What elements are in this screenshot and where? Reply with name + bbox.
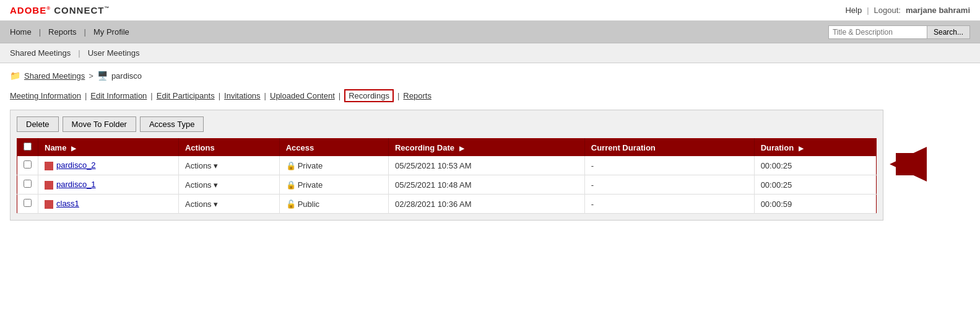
recordings-table: Name ▶ Actions Access Recording Date ▶ C…	[17, 138, 877, 214]
tab-recordings[interactable]: Recordings	[344, 89, 394, 102]
header-current-duration: Current Duration	[584, 139, 754, 157]
search-input[interactable]	[828, 25, 927, 39]
header-duration[interactable]: Duration ▶	[754, 139, 876, 157]
breadcrumb-current: pardisco	[111, 71, 142, 81]
recordings-tbody: pardisco_2Actions ▾🔒Private05/25/2021 10…	[17, 156, 877, 214]
lock-icon-2: 🔓	[286, 199, 296, 209]
recording-date-0: 05/25/2021 10:53 AM	[388, 156, 584, 175]
tab-meeting-information[interactable]: Meeting Information	[10, 91, 81, 100]
access-label-1: Private	[298, 180, 323, 190]
actions-dropdown-2[interactable]: Actions ▾	[185, 199, 218, 209]
duration-1: 00:00:25	[754, 175, 876, 195]
tab-edit-participants[interactable]: Edit Participants	[157, 91, 215, 100]
row-checkbox-2[interactable]	[24, 199, 32, 207]
row-checkbox-0[interactable]	[24, 160, 32, 169]
search-area: Search...	[828, 25, 980, 39]
help-link[interactable]: Help	[845, 6, 862, 15]
tab-invitations[interactable]: Invitations	[224, 91, 261, 100]
table-row: pardisco_2Actions ▾🔒Private05/25/2021 10…	[17, 156, 877, 175]
date-sort-icon: ▶	[459, 145, 464, 152]
actions-dropdown-0[interactable]: Actions ▾	[185, 161, 218, 170]
subnav-sep: |	[77, 48, 81, 58]
top-right-area: Help | Logout: marjane bahrami	[845, 6, 970, 15]
app-logo: ADOBE® CONNECT™	[10, 5, 110, 15]
sub-nav: Shared Meetings | User Meetings	[0, 43, 980, 63]
row-checkbox-1[interactable]	[24, 180, 32, 188]
current-duration-0: -	[584, 156, 754, 175]
arrow-area	[883, 110, 970, 182]
tab-reports[interactable]: Reports	[403, 91, 431, 100]
content-area: 📁 Shared Meetings > 🖥️ pardisco Meeting …	[0, 63, 980, 228]
meeting-icon: 🖥️	[97, 71, 108, 81]
action-buttons: Delete Move To Folder Access Type	[17, 116, 877, 132]
delete-button[interactable]: Delete	[17, 116, 59, 132]
table-row: class1Actions ▾🔓Public02/28/2021 10:36 A…	[17, 195, 877, 214]
duration-sort-icon: ▶	[799, 145, 804, 152]
username-label: marjane bahrami	[906, 6, 970, 15]
current-duration-1: -	[584, 175, 754, 195]
red-arrow	[890, 147, 927, 182]
table-wrapper: Delete Move To Folder Access Type Name	[10, 110, 883, 221]
top-bar: ADOBE® CONNECT™ Help | Logout: marjane b…	[0, 0, 980, 21]
top-sep: |	[867, 6, 869, 15]
recording-icon-2	[45, 200, 53, 209]
table-container: Delete Move To Folder Access Type Name	[10, 110, 883, 221]
select-all-checkbox[interactable]	[24, 142, 32, 151]
header-recording-date[interactable]: Recording Date ▶	[388, 139, 584, 157]
tab-uploaded-content[interactable]: Uploaded Content	[270, 91, 335, 100]
subnav-user-meetings[interactable]: User Meetings	[82, 46, 146, 59]
tab-nav: Meeting Information | Edit Information |…	[10, 89, 970, 102]
header-checkbox-col	[17, 139, 38, 157]
main-layout: Delete Move To Folder Access Type Name	[10, 110, 970, 221]
table-row: pardisco_1Actions ▾🔒Private05/25/2021 10…	[17, 175, 877, 195]
access-type-button[interactable]: Access Type	[140, 116, 204, 132]
recording-name-link-1[interactable]: pardisco_1	[56, 180, 96, 189]
move-to-folder-button[interactable]: Move To Folder	[63, 116, 136, 132]
nav-bar: Home | Reports | My Profile	[10, 21, 137, 43]
access-label-0: Private	[298, 161, 323, 170]
recording-date-1: 05/25/2021 10:48 AM	[388, 175, 584, 195]
lock-icon-0: 🔒	[286, 161, 296, 170]
header-actions: Actions	[178, 139, 279, 157]
duration-2: 00:00:59	[754, 195, 876, 214]
access-label-2: Public	[298, 199, 319, 209]
folder-icon: 📁	[10, 71, 20, 81]
recording-name-link-2[interactable]: class1	[56, 199, 79, 208]
logout-label: Logout:	[874, 6, 901, 15]
lock-icon-1: 🔒	[286, 180, 296, 190]
name-sort-icon: ▶	[71, 145, 76, 152]
nav-home[interactable]: Home	[10, 25, 39, 39]
breadcrumb: 📁 Shared Meetings > 🖥️ pardisco	[10, 71, 970, 81]
current-duration-2: -	[584, 195, 754, 214]
nav-reports[interactable]: Reports	[41, 25, 84, 39]
header-access: Access	[279, 139, 388, 157]
bc-sep: >	[89, 71, 93, 81]
tab-edit-information[interactable]: Edit Information	[90, 91, 147, 100]
actions-dropdown-1[interactable]: Actions ▾	[185, 180, 218, 190]
table-header-row: Name ▶ Actions Access Recording Date ▶ C…	[17, 139, 877, 157]
recording-icon-0	[45, 162, 53, 170]
duration-0: 00:00:25	[754, 156, 876, 175]
recording-icon-1	[45, 181, 53, 190]
nav-myprofile[interactable]: My Profile	[86, 25, 137, 39]
breadcrumb-shared-meetings[interactable]: Shared Meetings	[24, 71, 85, 81]
recording-name-link-0[interactable]: pardisco_2	[56, 160, 96, 170]
header-name[interactable]: Name ▶	[38, 139, 179, 157]
search-button[interactable]: Search...	[927, 25, 970, 39]
recording-date-2: 02/28/2021 10:36 AM	[388, 195, 584, 214]
subnav-shared-meetings[interactable]: Shared Meetings	[10, 46, 77, 59]
